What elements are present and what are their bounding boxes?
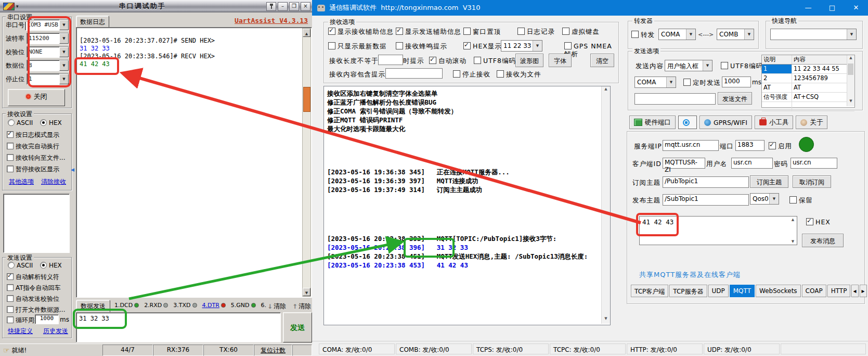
send-file-button[interactable]: 发送文件	[718, 92, 752, 105]
opt-log-record[interactable]: 日志记录	[517, 28, 555, 36]
scroll-down-icon[interactable]: ▼	[789, 239, 796, 244]
send-opt-atcr[interactable]: AT指令自动回车	[7, 284, 61, 293]
qos-select[interactable]: Qos0	[750, 193, 779, 205]
forward-port-a-select[interactable]: COMA	[658, 29, 696, 40]
dropdown-arrow-icon[interactable]	[769, 194, 779, 204]
username-input[interactable]: usr.cn	[731, 158, 773, 169]
send-button[interactable]: 发送	[283, 312, 312, 342]
dropdown-arrow-icon[interactable]	[744, 29, 754, 40]
scrollbar-thumb[interactable]	[848, 63, 853, 75]
tab-udp[interactable]: UDP	[708, 285, 729, 297]
close-button[interactable]: ×	[301, 2, 310, 11]
dropdown-arrow-icon[interactable]	[59, 20, 69, 30]
recv-opt-tofile[interactable]: 接收转向至文件...	[7, 154, 65, 162]
share-mqtt-link[interactable]: 共享MQTT服务器及在线客户端	[639, 270, 741, 279]
dropdown-arrow-icon[interactable]	[686, 29, 695, 40]
publish-payload-textarea[interactable]: 41 42 43 ▲ ▼	[639, 216, 797, 245]
quick-define-link[interactable]: 快捷定义	[8, 327, 33, 336]
preset-table-scrollbar[interactable]: ▲ ▼	[847, 55, 854, 106]
send-input[interactable]: 31 32 33	[76, 312, 281, 342]
opt-utf8-decode[interactable]: UTF8编码	[474, 57, 516, 66]
scroll-down-icon[interactable]: ▼	[847, 98, 854, 106]
scroll-up-icon[interactable]: ▲	[847, 55, 854, 63]
tab-tools[interactable]: 小工具	[755, 116, 794, 129]
tab-hardware-port[interactable]: 硬件端口	[629, 116, 676, 129]
clear-send-button[interactable]: 清除	[267, 302, 286, 311]
unsubscribe-button[interactable]: 取消订阅	[793, 175, 831, 188]
close-port-button[interactable]: 关闭	[8, 89, 65, 106]
port-input[interactable]: 1883	[735, 140, 765, 151]
preset-row[interactable]: 信号强度 AT+CSQ	[762, 93, 854, 102]
tab-scroll-left-icon[interactable]: ◂	[851, 285, 859, 297]
tab-websockets[interactable]: WebSockets	[756, 285, 801, 297]
server-ip-input[interactable]: mqtt.usr.cn	[663, 140, 719, 151]
scroll-down-icon[interactable]: ▼	[602, 316, 610, 324]
send-opt-filesource[interactable]: 打开文件数据源...	[7, 306, 65, 314]
client-id-input[interactable]: MQTTUSR-ZI	[663, 158, 705, 169]
scrollbar-thumb[interactable]	[303, 87, 310, 112]
reset-count-link[interactable]: 复位计数	[254, 345, 292, 356]
opt-show-recv-info[interactable]: 显示接收辅助信息	[328, 28, 394, 36]
recv-ascii-radio[interactable]: ASCII	[8, 119, 33, 126]
history-send-link[interactable]: 历史发送	[43, 327, 68, 336]
recv-contains-input[interactable]	[385, 68, 443, 79]
opt-beep[interactable]: 接收蜂鸣提示	[396, 42, 447, 51]
dropdown-arrow-icon[interactable]	[59, 74, 69, 84]
clear-button[interactable]: 清空	[590, 54, 614, 67]
uartassist-logo-icon[interactable]	[3, 3, 15, 10]
enable-checkbox[interactable]: 启用	[769, 142, 792, 151]
hex-sample-select[interactable]: 11 22 33	[501, 40, 542, 52]
opt-receive-as-file[interactable]: 接收为文件	[497, 70, 541, 79]
tab-about[interactable]: 关于	[796, 116, 827, 129]
font-button[interactable]: 字体	[549, 54, 572, 67]
dropdown-arrow-icon[interactable]	[847, 29, 856, 40]
tab-network[interactable]	[678, 116, 697, 129]
dropdown-arrow-icon[interactable]	[59, 47, 69, 57]
opt-virtual-keyboard[interactable]: 虚拟键盘	[562, 28, 600, 36]
preset-table[interactable]: 说明 内容 1 11 22 33 44 55 2 123456789 AT AT	[761, 55, 855, 108]
send-ascii-radio[interactable]: ASCII	[8, 262, 33, 269]
dropdown-arrow-icon[interactable]	[703, 60, 712, 71]
send-hex-radio[interactable]: HEX	[40, 262, 62, 269]
tab-scroll-right-icon[interactable]: ▸	[860, 285, 867, 297]
retain-checkbox[interactable]: 保留	[789, 196, 813, 205]
dropdown-arrow-icon[interactable]	[533, 41, 542, 51]
publish-button[interactable]: 发布消息	[802, 234, 844, 247]
maximize-button[interactable]: □	[820, 0, 844, 16]
opt-stop-receive[interactable]: 停止接收	[453, 70, 490, 79]
minimize-button[interactable]: —	[796, 0, 820, 16]
subscribe-button[interactable]: 订阅主题	[750, 175, 788, 188]
opt-window-topmost[interactable]: 窗口置顶	[463, 28, 501, 36]
preset-row-empty[interactable]	[762, 102, 854, 111]
dropdown-arrow-icon[interactable]	[59, 33, 69, 44]
stopbits-select[interactable]: 1	[27, 73, 69, 85]
tab-mqtt[interactable]: MQTT	[730, 285, 755, 297]
version-link[interactable]: UartAssist V4.3.13	[198, 17, 308, 24]
dropdown-arrow-icon[interactable]	[666, 77, 676, 87]
scroll-up-icon[interactable]: ▲	[789, 217, 796, 222]
clear-receive-link[interactable]: 清除接收	[41, 177, 66, 186]
pin-dtr-link[interactable]: 4.DTR	[202, 302, 219, 309]
pin-button[interactable]	[266, 2, 276, 11]
log-scrollbar[interactable]	[302, 28, 311, 297]
publish-topic-input[interactable]: /SubTopic1	[663, 194, 749, 206]
tab-http[interactable]: HTTP	[827, 285, 851, 297]
baud-select[interactable]: 115200	[27, 33, 69, 44]
scroll-up-icon[interactable]	[303, 29, 310, 37]
send-text-input[interactable]	[634, 93, 716, 105]
opt-show-send-info[interactable]: 显示发送辅助信息	[396, 28, 461, 36]
send-opt-checksum[interactable]: 自动发送校验位	[7, 295, 59, 303]
opt-timed-send[interactable]: 定时发送	[683, 79, 721, 87]
clear-receive-button[interactable]: 清除	[292, 302, 311, 311]
recv-opt-autowrap[interactable]: 接收完自动换行	[7, 142, 59, 151]
scroll-up-icon[interactable]: ▲	[602, 86, 610, 94]
data-log-area[interactable]: [2023-05-16 20:23:37.027]# SEND HEX> 31 …	[76, 27, 312, 298]
waveform-button[interactable]: 波形图	[515, 54, 543, 67]
preset-row[interactable]: 2 123456789	[762, 74, 854, 83]
other-options-link[interactable]: 其他选项	[9, 177, 34, 186]
send-port-select[interactable]: COMA	[634, 77, 676, 88]
opt-autoscroll[interactable]: 自动滚动	[429, 57, 467, 66]
recv-hex-radio[interactable]: HEX	[40, 119, 62, 126]
opt-utf8-encode[interactable]: UTF8编码	[721, 62, 763, 71]
parity-select[interactable]: NONE	[27, 46, 69, 58]
